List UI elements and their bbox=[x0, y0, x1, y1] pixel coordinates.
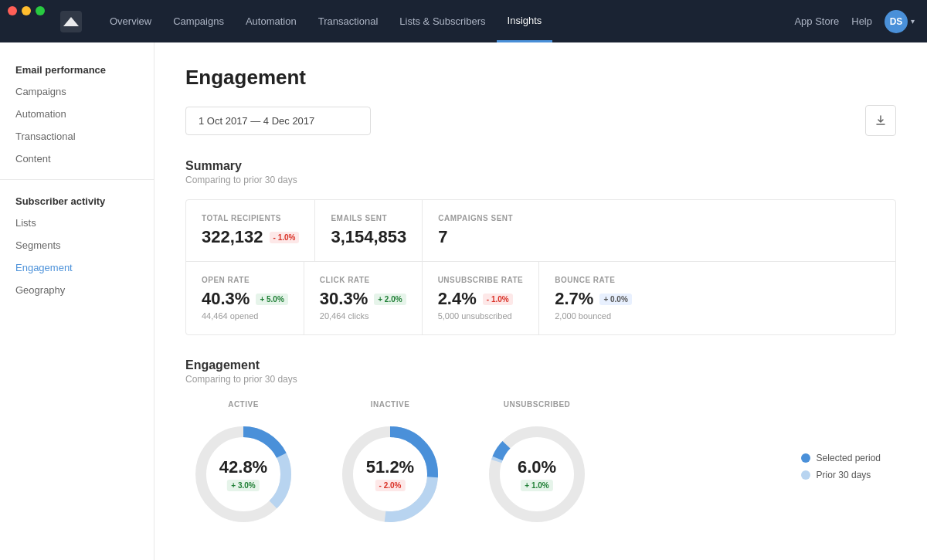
badge-total-recipients: - 1.0% bbox=[270, 232, 300, 243]
donut-center-active: 42.8% + 3.0% bbox=[219, 457, 267, 491]
nav-lists-subscribers[interactable]: Lists & Subscribers bbox=[389, 0, 496, 42]
sidebar: Email performance Campaigns Automation T… bbox=[0, 42, 154, 560]
nav-right: App Store Help DS ▾ bbox=[794, 10, 915, 33]
stat-bounce-rate: BOUNCE RATE 2.7% + 0.0% 2,000 bounced bbox=[539, 262, 647, 334]
donut-chart-unsubscribed: 6.0% + 1.0% bbox=[479, 416, 595, 532]
help-link[interactable]: Help bbox=[851, 15, 872, 27]
top-navigation: Overview Campaigns Automation Transactio… bbox=[0, 0, 927, 42]
nav-links: Overview Campaigns Automation Transactio… bbox=[99, 0, 794, 42]
nav-insights[interactable]: Insights bbox=[497, 0, 553, 42]
stat-detail-click-rate: 20,464 clicks bbox=[320, 311, 406, 321]
sidebar-item-geography[interactable]: Geography bbox=[0, 279, 154, 301]
stat-emails-sent: EMAILS SENT 3,154,853 bbox=[315, 200, 423, 261]
stat-label-emails-sent: EMAILS SENT bbox=[331, 214, 406, 222]
app-logo[interactable] bbox=[59, 9, 83, 34]
summary-subtitle: Comparing to prior 30 days bbox=[185, 175, 896, 185]
stat-label-bounce-rate: BOUNCE RATE bbox=[555, 276, 632, 284]
traffic-light-red[interactable] bbox=[8, 6, 17, 15]
summary-title: Summary bbox=[185, 159, 896, 173]
main-content: Engagement 1 Oct 2017 — 4 Dec 2017 Summa… bbox=[154, 42, 927, 560]
stat-value-campaigns-sent: 7 bbox=[438, 227, 513, 247]
badge-bounce-rate: + 0.0% bbox=[599, 294, 631, 305]
traffic-light-green[interactable] bbox=[36, 6, 45, 15]
donut-chart-active: 42.8% + 3.0% bbox=[185, 416, 301, 532]
donut-pct-unsubscribed: 6.0% bbox=[518, 457, 556, 477]
donut-pct-active: 42.8% bbox=[219, 457, 267, 477]
legend-dot-selected bbox=[801, 453, 810, 463]
legend-label-selected: Selected period bbox=[817, 453, 881, 463]
donut-badge-active: + 3.0% bbox=[227, 480, 259, 491]
stat-detail-unsubscribe-rate: 5,000 unsubscribed bbox=[438, 311, 524, 321]
main-layout: Email performance Campaigns Automation T… bbox=[0, 42, 927, 560]
badge-click-rate: + 2.0% bbox=[374, 294, 406, 305]
donut-inactive: INACTIVE 51.2% - 2.0% bbox=[332, 400, 448, 532]
stat-label-click-rate: CLICK RATE bbox=[320, 276, 406, 284]
download-button[interactable] bbox=[865, 105, 896, 136]
legend-dot-prior bbox=[801, 470, 810, 480]
user-menu[interactable]: DS ▾ bbox=[885, 10, 915, 33]
sidebar-item-transactional[interactable]: Transactional bbox=[0, 125, 154, 148]
donut-row: ACTIVE 42.8% + 3.0% bbox=[185, 400, 896, 532]
stat-label-unsubscribe-rate: UNSUBSCRIBE RATE bbox=[438, 276, 524, 284]
stat-detail-open-rate: 44,464 opened bbox=[202, 311, 288, 321]
donut-chart-inactive: 51.2% - 2.0% bbox=[332, 416, 448, 532]
nav-automation[interactable]: Automation bbox=[235, 0, 307, 42]
date-range-row: 1 Oct 2017 — 4 Dec 2017 bbox=[185, 105, 896, 136]
page-title: Engagement bbox=[185, 66, 896, 90]
donut-label-active: ACTIVE bbox=[228, 400, 259, 409]
date-range-picker[interactable]: 1 Oct 2017 — 4 Dec 2017 bbox=[185, 107, 371, 135]
badge-unsubscribe-rate: - 1.0% bbox=[483, 294, 513, 305]
stat-value-open-rate: 40.3% + 5.0% bbox=[202, 289, 288, 309]
stat-campaigns-sent: CAMPAIGNS SENT 7 bbox=[423, 200, 528, 261]
sidebar-item-lists[interactable]: Lists bbox=[0, 212, 154, 234]
donut-active: ACTIVE 42.8% + 3.0% bbox=[185, 400, 301, 532]
donut-pct-inactive: 51.2% bbox=[366, 457, 414, 477]
donut-badge-unsubscribed: + 1.0% bbox=[521, 480, 552, 491]
sidebar-item-engagement[interactable]: Engagement bbox=[0, 256, 154, 279]
donut-center-inactive: 51.2% - 2.0% bbox=[366, 457, 414, 491]
sidebar-item-automation[interactable]: Automation bbox=[0, 103, 154, 125]
summary-section: Summary Comparing to prior 30 days TOTAL… bbox=[185, 159, 896, 335]
stat-click-rate: CLICK RATE 30.3% + 2.0% 20,464 clicks bbox=[304, 262, 423, 334]
stat-total-recipients: TOTAL RECIPIENTS 322,132 - 1.0% bbox=[186, 200, 315, 261]
stat-label-open-rate: OPEN RATE bbox=[202, 276, 288, 284]
sidebar-item-content[interactable]: Content bbox=[0, 148, 154, 170]
sidebar-divider bbox=[0, 179, 154, 180]
donut-unsubscribed: UNSUBSCRIBED 6.0% + 1.0% bbox=[479, 400, 595, 532]
nav-campaigns[interactable]: Campaigns bbox=[162, 0, 235, 42]
stat-detail-bounce-rate: 2,000 bounced bbox=[555, 311, 632, 321]
legend-label-prior: Prior 30 days bbox=[817, 470, 871, 480]
badge-open-rate: + 5.0% bbox=[256, 294, 287, 305]
sidebar-item-segments[interactable]: Segments bbox=[0, 234, 154, 256]
summary-stats: TOTAL RECIPIENTS 322,132 - 1.0% EMAILS S… bbox=[185, 199, 896, 335]
legend-item-prior: Prior 30 days bbox=[801, 470, 881, 480]
nav-overview[interactable]: Overview bbox=[99, 0, 162, 42]
chevron-down-icon: ▾ bbox=[911, 17, 915, 25]
engagement-subtitle: Comparing to prior 30 days bbox=[185, 374, 896, 385]
donut-label-unsubscribed: UNSUBSCRIBED bbox=[504, 400, 571, 409]
stat-open-rate: OPEN RATE 40.3% + 5.0% 44,464 opened bbox=[186, 262, 304, 334]
stat-value-bounce-rate: 2.7% + 0.0% bbox=[555, 289, 632, 309]
traffic-light-yellow[interactable] bbox=[22, 6, 31, 15]
legend-item-selected: Selected period bbox=[801, 453, 881, 463]
chart-legend: Selected period Prior 30 days bbox=[801, 453, 896, 480]
stat-label-total-recipients: TOTAL RECIPIENTS bbox=[202, 214, 299, 222]
stat-value-emails-sent: 3,154,853 bbox=[331, 227, 406, 247]
traffic-lights bbox=[0, 0, 53, 22]
summary-row-2: OPEN RATE 40.3% + 5.0% 44,464 opened CLI… bbox=[186, 261, 895, 334]
avatar[interactable]: DS bbox=[885, 10, 908, 33]
donut-label-inactive: INACTIVE bbox=[371, 400, 410, 409]
donut-badge-inactive: - 2.0% bbox=[375, 480, 406, 491]
donut-center-unsubscribed: 6.0% + 1.0% bbox=[518, 457, 556, 491]
sidebar-section-email-performance: Email performance bbox=[0, 58, 154, 80]
engagement-section: Engagement Comparing to prior 30 days AC… bbox=[185, 358, 896, 532]
nav-transactional[interactable]: Transactional bbox=[307, 0, 389, 42]
sidebar-item-campaigns[interactable]: Campaigns bbox=[0, 80, 154, 103]
stat-value-click-rate: 30.3% + 2.0% bbox=[320, 289, 406, 309]
stat-value-unsubscribe-rate: 2.4% - 1.0% bbox=[438, 289, 524, 309]
stat-label-campaigns-sent: CAMPAIGNS SENT bbox=[438, 214, 513, 222]
stat-unsubscribe-rate: UNSUBSCRIBE RATE 2.4% - 1.0% 5,000 unsub… bbox=[423, 262, 540, 334]
summary-row-1: TOTAL RECIPIENTS 322,132 - 1.0% EMAILS S… bbox=[186, 200, 895, 261]
app-store-link[interactable]: App Store bbox=[794, 15, 839, 27]
engagement-title: Engagement bbox=[185, 358, 896, 372]
